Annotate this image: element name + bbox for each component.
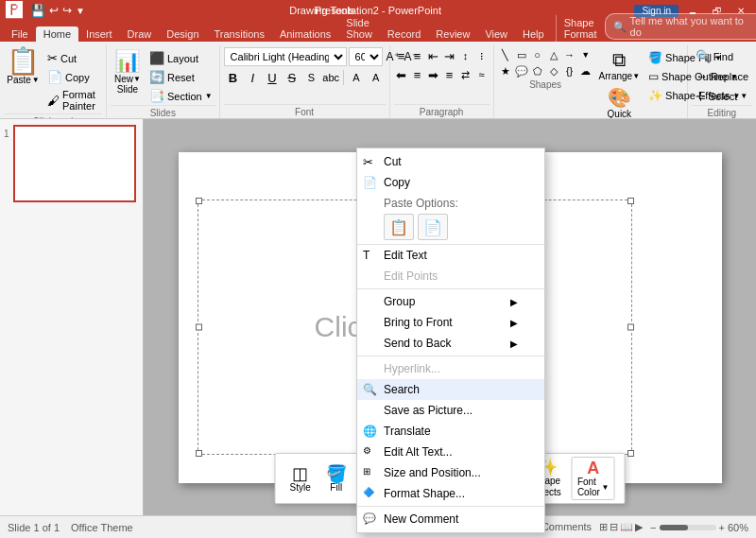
shape-diamond[interactable]: ◇ [546, 63, 561, 78]
tab-review[interactable]: Review [428, 26, 477, 42]
shape-callout[interactable]: 💬 [514, 63, 529, 78]
context-cut[interactable]: ✂ Cut [357, 151, 544, 172]
context-edit-text[interactable]: T Edit Text [357, 245, 544, 266]
zoom-controls: − + 60% [650, 521, 748, 533]
line-spacing-button[interactable]: ↕ [458, 47, 473, 64]
shape-pentagon[interactable]: ⬠ [530, 63, 545, 78]
slide-sorter-button[interactable]: ⊟ [610, 521, 618, 533]
font-size-select[interactable]: 60 [349, 47, 383, 66]
shape-rect[interactable]: ▭ [514, 47, 529, 62]
slide-thumb-1[interactable] [13, 125, 136, 202]
format-painter-button[interactable]: 🖌 Format Painter [44, 87, 102, 113]
copy-button[interactable]: 📄 Copy [44, 68, 102, 86]
zoom-slider[interactable] [660, 525, 716, 530]
replace-button[interactable]: ↔ Replace [692, 67, 752, 85]
reading-view-button[interactable]: 📖 [620, 521, 633, 533]
char-spacing-button[interactable]: abc [321, 68, 340, 87]
tell-me-box[interactable]: 🔍 Tell me what you want to do [605, 13, 756, 40]
save-icon[interactable]: 💾 [30, 4, 45, 18]
undo-icon[interactable]: ↩ [49, 4, 59, 17]
new-slide-button[interactable]: 📊 New ▼ Slide [111, 47, 145, 96]
select-button[interactable]: ⊹ Select ▼ [692, 87, 752, 105]
context-translate[interactable]: 🌐 Translate [357, 421, 544, 442]
align-center-button[interactable]: ≡ [410, 66, 425, 83]
paste-button[interactable]: 📋 Paste ▼ [4, 47, 43, 86]
context-send-to-back[interactable]: Send to Back ▶ [357, 333, 544, 354]
float-style-button[interactable]: ◫ Style [285, 463, 316, 495]
section-button[interactable]: 📑 Section ▼ [146, 87, 215, 105]
redo-icon[interactable]: ↪ [62, 4, 72, 17]
tab-record[interactable]: Record [380, 26, 428, 42]
align-left-button[interactable]: ⬅ [394, 66, 409, 83]
columns-button[interactable]: ⫶ [474, 47, 490, 64]
shadow-button[interactable]: S [302, 68, 321, 87]
float-font-color-button[interactable]: A Font Color ▼ [572, 457, 615, 500]
font-color-button[interactable]: A [367, 68, 386, 87]
context-save-as-picture[interactable]: Save as Picture... [357, 400, 544, 421]
comments-button[interactable]: Comments [541, 521, 592, 533]
clear-format-button[interactable]: A [347, 68, 366, 87]
context-format-shape[interactable]: 🔷 Format Shape... [357, 483, 544, 504]
align-right-button[interactable]: ➡ [426, 66, 441, 83]
tab-shape-format[interactable]: Shape Format [556, 15, 605, 42]
convert-smartart-button[interactable]: ≈ [474, 66, 490, 83]
powerpoint-logo: 🅿 [6, 1, 23, 21]
shape-cloud[interactable]: ☁ [578, 63, 593, 78]
tab-insert[interactable]: Insert [78, 26, 120, 42]
tab-file[interactable]: File [4, 26, 36, 42]
tab-design[interactable]: Design [159, 26, 206, 42]
bring-front-arrow-icon: ▶ [510, 318, 518, 328]
menu-sep1 [357, 288, 544, 289]
paste-opt1[interactable]: 📋 [384, 214, 414, 240]
font-name-select[interactable]: Calibri Light (Headings) [224, 47, 347, 66]
strikethrough-button[interactable]: S [283, 68, 301, 87]
italic-button[interactable]: I [243, 68, 262, 87]
shape-triangle[interactable]: △ [546, 47, 561, 62]
text-direction-button[interactable]: ⇄ [458, 66, 473, 83]
shape-circle[interactable]: ○ [530, 47, 545, 62]
context-size-position[interactable]: ⊞ Size and Position... [357, 462, 544, 483]
decrease-indent-button[interactable]: ⇤ [426, 47, 441, 64]
shape-more[interactable]: ▼ [578, 47, 593, 62]
bullets-button[interactable]: ≡ [394, 47, 409, 64]
find-button[interactable]: 🔍 Find [692, 47, 752, 65]
quick-styles-button[interactable]: 🎨 Quick Styles ▼ [596, 84, 644, 119]
numbering-button[interactable]: ≡ [410, 47, 425, 64]
shape-line[interactable]: ╲ [498, 47, 513, 62]
reset-button[interactable]: 🔄 Reset [146, 68, 215, 86]
justify-button[interactable]: ≡ [442, 66, 457, 83]
increase-indent-button[interactable]: ⇥ [442, 47, 457, 64]
normal-view-button[interactable]: ⊞ [599, 521, 608, 533]
shape-arrow[interactable]: → [562, 47, 577, 62]
drawing-group: ╲ ▭ ○ △ → ▼ ★ 💬 ⬠ ◇ {} ☁ Shapes [494, 45, 688, 118]
tab-home[interactable]: Home [36, 26, 78, 42]
select-icon: ⊹ [696, 89, 706, 103]
arrange-button[interactable]: ⧉ Arrange ▼ [596, 47, 644, 83]
context-group[interactable]: Group ▶ [357, 291, 544, 312]
tab-draw[interactable]: Draw [120, 26, 160, 42]
bold-button[interactable]: B [224, 68, 243, 87]
tab-help[interactable]: Help [515, 26, 552, 42]
tab-view[interactable]: View [477, 26, 515, 42]
zoom-in-button[interactable]: + [719, 522, 725, 533]
tab-slideshow[interactable]: Slide Show [338, 15, 380, 42]
zoom-out-button[interactable]: − [650, 522, 656, 533]
context-search[interactable]: 🔍 Search [357, 379, 544, 400]
shape-star[interactable]: ★ [498, 63, 513, 78]
tab-transitions[interactable]: Transitions [207, 26, 272, 42]
tab-animations[interactable]: Animations [272, 26, 338, 42]
underline-button[interactable]: U [263, 68, 282, 87]
cut-button[interactable]: ✂ Cut [44, 49, 102, 67]
paste-opt2[interactable]: 📄 [418, 214, 448, 240]
customize-icon[interactable]: ▼ [76, 6, 85, 16]
context-copy[interactable]: 📄 Copy [357, 172, 544, 193]
float-fill-button[interactable]: 🪣 Fill [321, 463, 352, 495]
shape-bracket[interactable]: {} [562, 63, 577, 78]
slideshow-button[interactable]: ▶ [635, 521, 643, 533]
context-new-comment[interactable]: 💬 New Comment [357, 509, 544, 529]
context-edit-points: Edit Points [357, 266, 544, 286]
layout-icon: ⬛ [149, 51, 164, 65]
context-bring-to-front[interactable]: Bring to Front ▶ [357, 312, 544, 333]
layout-button[interactable]: ⬛ Layout [146, 49, 215, 67]
context-edit-alt-text[interactable]: ⚙ Edit Alt Text... [357, 442, 544, 462]
